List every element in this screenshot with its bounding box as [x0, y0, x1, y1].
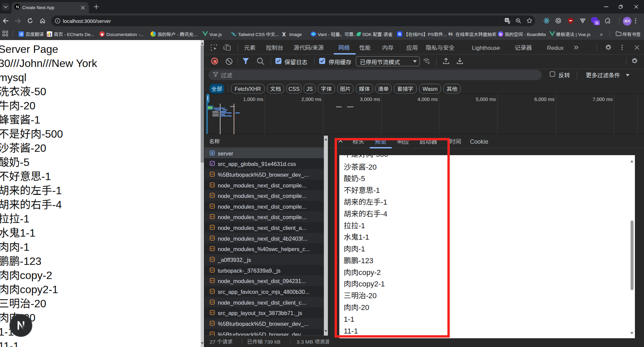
svg-text:G: G [506, 18, 508, 22]
